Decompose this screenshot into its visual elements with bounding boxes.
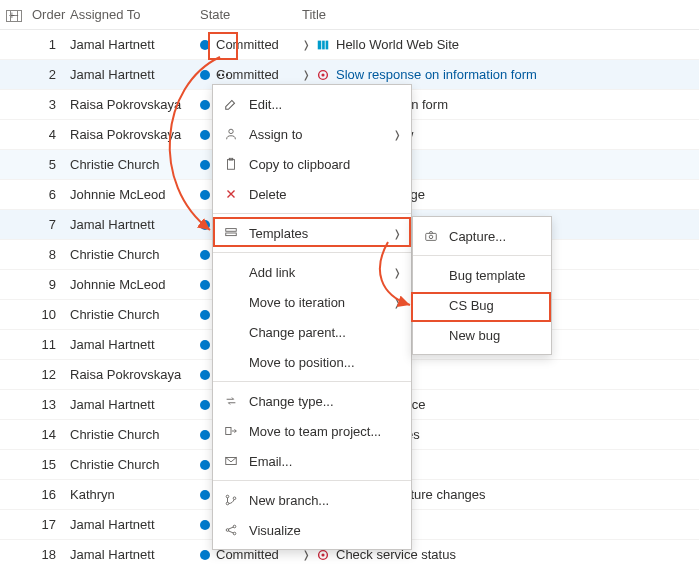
table-row[interactable]: 1Jamal HartnettCommitted❭Hello World Web… [0, 30, 699, 60]
work-item-title-link[interactable]: Slow response on information form [336, 67, 537, 82]
state-dot-icon [200, 190, 210, 200]
cell-assigned: Jamal Hartnett [70, 37, 200, 52]
templates-submenu: Capture... Bug template CS Bug New bug [412, 216, 552, 355]
camera-icon [423, 228, 439, 244]
menu-bug-template[interactable]: Bug template [413, 260, 551, 290]
cell-assigned: Christie Church [70, 457, 200, 472]
cell-order: 10 [30, 307, 70, 322]
svg-rect-0 [318, 40, 322, 49]
cell-assigned: Johnnie McLeod [70, 277, 200, 292]
chevron-right-icon[interactable]: ❭ [302, 69, 310, 80]
menu-move-position[interactable]: Move to position... [213, 347, 411, 377]
cell-order: 6 [30, 187, 70, 202]
cell-assigned: Raisa Pokrovskaya [70, 127, 200, 142]
expand-all[interactable]: + [0, 7, 10, 22]
menu-change-type[interactable]: Change type... [213, 386, 411, 416]
cell-order: 13 [30, 397, 70, 412]
bug-icon [316, 68, 330, 82]
cell-order: 12 [30, 367, 70, 382]
menu-assign-to[interactable]: Assign to ❭ [213, 119, 411, 149]
cell-assigned: Jamal Hartnett [70, 67, 200, 82]
state-dot-icon [200, 70, 210, 80]
cell-order: 16 [30, 487, 70, 502]
state-dot-icon [200, 340, 210, 350]
svg-rect-1 [322, 40, 325, 49]
cell-order: 15 [30, 457, 70, 472]
cell-title: ❭Slow response on information form [302, 67, 699, 82]
chevron-right-icon: ❭ [393, 297, 401, 308]
cell-assigned: Raisa Pokrovskaya [70, 367, 200, 382]
menu-separator [413, 255, 551, 256]
menu-email[interactable]: Email... [213, 446, 411, 476]
cell-order: 4 [30, 127, 70, 142]
cell-order: 17 [30, 517, 70, 532]
pencil-icon [223, 96, 239, 112]
svg-rect-54 [226, 229, 237, 232]
menu-separator [213, 381, 411, 382]
header-state[interactable]: State [200, 7, 302, 22]
menu-new-branch[interactable]: New branch... [213, 485, 411, 515]
svg-point-58 [226, 495, 229, 498]
menu-move-team-project[interactable]: Move to team project... [213, 416, 411, 446]
chevron-right-icon: ❭ [393, 267, 401, 278]
state-dot-icon [200, 100, 210, 110]
header-title[interactable]: Title [302, 7, 699, 22]
cell-order: 5 [30, 157, 70, 172]
collapse-all[interactable]: − [10, 7, 30, 22]
person-icon [223, 126, 239, 142]
chevron-right-icon: ❭ [393, 129, 401, 140]
state-dot-icon [200, 490, 210, 500]
menu-delete[interactable]: Delete [213, 179, 411, 209]
cell-title: ❭Hello World Web Site [302, 37, 699, 52]
menu-change-parent[interactable]: Change parent... [213, 317, 411, 347]
cell-order: 2 [30, 67, 70, 82]
chevron-right-icon[interactable]: ❭ [302, 549, 310, 560]
header-assigned[interactable]: Assigned To [70, 7, 200, 22]
menu-separator [213, 252, 411, 253]
context-menu: Edit... Assign to ❭ Copy to clipboard De… [212, 84, 412, 550]
menu-visualize[interactable]: Visualize [213, 515, 411, 545]
menu-edit[interactable]: Edit... [213, 89, 411, 119]
branch-icon [223, 492, 239, 508]
state-dot-icon [200, 550, 210, 560]
header-order[interactable]: Order [30, 7, 70, 22]
chevron-right-icon[interactable]: ❭ [302, 39, 310, 50]
state-dot-icon [200, 460, 210, 470]
svg-point-50 [321, 553, 324, 556]
cell-state: Committed [200, 37, 302, 52]
state-dot-icon [200, 160, 210, 170]
delete-icon [223, 186, 239, 202]
state-dot-icon [200, 370, 210, 380]
cell-order: 7 [30, 217, 70, 232]
menu-add-link[interactable]: Add link ❭ [213, 257, 411, 287]
cell-assigned: Jamal Hartnett [70, 547, 200, 562]
svg-point-51 [229, 129, 233, 133]
menu-move-iteration[interactable]: Move to iteration ❭ [213, 287, 411, 317]
cell-order: 8 [30, 247, 70, 262]
state-dot-icon [200, 40, 210, 50]
svg-rect-52 [228, 160, 235, 170]
chevron-right-icon: ❭ [393, 228, 401, 239]
cell-order: 3 [30, 97, 70, 112]
menu-capture[interactable]: Capture... [413, 221, 551, 251]
menu-cs-bug[interactable]: CS Bug [413, 290, 551, 320]
menu-new-bug[interactable]: New bug [413, 320, 551, 350]
state-dot-icon [200, 250, 210, 260]
cell-assigned: Kathryn [70, 487, 200, 502]
visualize-icon [223, 522, 239, 538]
cell-assigned: Raisa Pokrovskaya [70, 97, 200, 112]
cell-assigned: Christie Church [70, 427, 200, 442]
menu-templates[interactable]: Templates ❭ [213, 218, 411, 248]
svg-point-4 [321, 73, 324, 76]
cell-assigned: Jamal Hartnett [70, 217, 200, 232]
svg-rect-55 [226, 233, 237, 236]
templates-icon [223, 225, 239, 241]
change-type-icon [223, 393, 239, 409]
work-item-title: Hello World Web Site [336, 37, 459, 52]
cell-assigned: Johnnie McLeod [70, 187, 200, 202]
cell-order: 9 [30, 277, 70, 292]
cell-assigned: Christie Church [70, 247, 200, 262]
menu-copy[interactable]: Copy to clipboard [213, 149, 411, 179]
cell-order: 11 [30, 337, 70, 352]
state-dot-icon [200, 280, 210, 290]
